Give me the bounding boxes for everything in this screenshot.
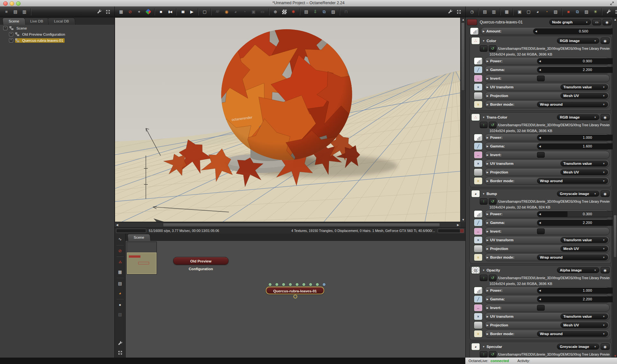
expand-triangle-icon[interactable]: ▶ bbox=[487, 154, 488, 156]
proj-thumbnail-icon[interactable] bbox=[474, 245, 482, 252]
fullscreen-icon[interactable] bbox=[613, 8, 617, 16]
decrement-icon[interactable]: ◀ bbox=[537, 145, 542, 148]
output-pin[interactable] bbox=[293, 295, 297, 298]
scrollbar-thumb[interactable] bbox=[461, 22, 465, 91]
expand-triangle-icon[interactable]: ▶ bbox=[487, 180, 488, 182]
param-value[interactable]: 0.900 bbox=[542, 59, 613, 63]
load-image-button[interactable]: ↑ bbox=[480, 198, 487, 205]
board-icon[interactable]: ▧ bbox=[552, 8, 559, 16]
spread-icon[interactable]: ⁂ bbox=[116, 258, 124, 266]
group-icon[interactable]: ▦ bbox=[116, 268, 124, 276]
restart-icon[interactable]: ▮◀ bbox=[166, 8, 174, 16]
rgb-thumbnail-icon[interactable]: ∴ bbox=[471, 37, 480, 44]
preview-eye-button[interactable]: ◉ bbox=[601, 191, 610, 197]
proj-thumbnail-icon[interactable] bbox=[474, 169, 482, 176]
expand-icon[interactable]: + bbox=[9, 32, 13, 36]
node-type-dropdown[interactable]: Alpha image▼ bbox=[557, 267, 599, 273]
reload-image-button[interactable]: ↺ bbox=[489, 351, 496, 358]
material-icon[interactable]: ◕ bbox=[534, 8, 541, 16]
border-thumbnail-icon[interactable]: ≡ bbox=[474, 101, 482, 108]
border-thumbnail-icon[interactable]: ≡ bbox=[474, 330, 482, 337]
render-viewport[interactable]: octanerender bbox=[115, 17, 461, 222]
load-image-button[interactable]: ↑ bbox=[480, 122, 487, 128]
curve-thumbnail-icon[interactable]: ╱ bbox=[474, 219, 482, 226]
alpha-thumbnail-icon[interactable]: ▨ bbox=[471, 267, 480, 274]
daylight-icon[interactable]: ✳ bbox=[592, 8, 599, 16]
copy-icon[interactable]: ⧉ bbox=[320, 8, 328, 16]
param-value[interactable]: 2.200 bbox=[542, 221, 613, 225]
scrollbar-thumb[interactable] bbox=[163, 223, 440, 227]
expand-triangle-icon[interactable]: ▶ bbox=[487, 324, 488, 327]
tab-node-graph-scene[interactable]: Scene bbox=[127, 234, 151, 241]
decrement-icon[interactable]: ◀ bbox=[533, 30, 539, 33]
value-slider[interactable]: ◀1.000▶ bbox=[537, 288, 613, 294]
graph-node-quercus-rubra-leaves-01[interactable]: Quercus-rubra-leaves-01 bbox=[266, 287, 324, 294]
collapse-triangle-icon[interactable]: ▼ bbox=[482, 345, 485, 348]
decrement-icon[interactable]: ◀ bbox=[537, 289, 542, 292]
decrement-icon[interactable]: ◀ bbox=[537, 68, 542, 71]
param-dropdown[interactable]: Wrap around▼ bbox=[537, 102, 608, 107]
param-value[interactable]: 0.300 bbox=[542, 212, 613, 216]
float-thumbnail-icon[interactable]: ◿ bbox=[474, 58, 482, 65]
expand-triangle-icon[interactable]: ▶ bbox=[487, 86, 488, 89]
expand-triangle-icon[interactable]: ▶ bbox=[487, 247, 488, 250]
collapse-icon[interactable]: − bbox=[3, 26, 7, 30]
connect-icon[interactable]: ∿ bbox=[116, 235, 124, 243]
prev-img-icon[interactable]: ▤ bbox=[116, 280, 124, 287]
expand-triangle-icon[interactable]: ▶ bbox=[487, 221, 488, 224]
expand-triangle-icon[interactable]: ▶ bbox=[487, 315, 488, 318]
input-pin[interactable] bbox=[316, 283, 319, 286]
expand-triangle-icon[interactable]: ▶ bbox=[487, 171, 488, 174]
value-slider[interactable]: ◀0.500▶ bbox=[533, 28, 613, 34]
preview-eye-button[interactable]: ◉ bbox=[601, 343, 610, 350]
wrench-icon[interactable] bbox=[604, 8, 612, 16]
preview-eye-button[interactable]: ◉ bbox=[601, 114, 610, 120]
float-thumbnail-icon[interactable]: ◿ bbox=[474, 210, 482, 218]
expand-triangle-icon[interactable]: ▶ bbox=[487, 230, 488, 233]
node-color-swatch[interactable] bbox=[467, 19, 477, 25]
value-slider[interactable]: ◀0.300▶ bbox=[537, 211, 613, 217]
grey-thumbnail-icon[interactable]: ◕ bbox=[471, 190, 480, 197]
tree-item-scene[interactable]: −Scene bbox=[0, 25, 114, 31]
param-value[interactable]: 1.000 bbox=[542, 289, 613, 292]
curve-thumbnail-icon[interactable]: ╱ bbox=[474, 66, 482, 73]
reload-image-button[interactable]: ↺ bbox=[489, 45, 496, 52]
param-dropdown[interactable]: Mesh UV▼ bbox=[560, 322, 608, 328]
node-type-dropdown[interactable]: Greyscale image▼ bbox=[557, 344, 599, 350]
decrement-icon[interactable]: ◀ bbox=[537, 298, 542, 301]
collapse-all-icon[interactable]: ▥ bbox=[21, 8, 28, 16]
value-slider[interactable]: ◀1.600▶ bbox=[537, 143, 613, 149]
inspector-scrollbar[interactable]: ▲ ▼ bbox=[613, 17, 617, 358]
fullscreen-icon[interactable] bbox=[116, 349, 124, 357]
checkbox[interactable] bbox=[537, 75, 545, 81]
rgb-thumbnail-icon[interactable]: ∴ bbox=[471, 114, 480, 121]
value-slider[interactable]: ◀0.900▶ bbox=[537, 58, 613, 64]
decrement-icon[interactable]: ◀ bbox=[537, 60, 542, 63]
expand-triangle-icon[interactable]: ▶ bbox=[487, 68, 488, 71]
focus-pick-icon[interactable]: AF bbox=[214, 8, 221, 16]
nodes-collapse-icon[interactable]: ▤ bbox=[481, 8, 489, 16]
checkbox[interactable] bbox=[537, 152, 545, 158]
expand-triangle-icon[interactable]: ▶ bbox=[487, 103, 488, 106]
filmstrip-button[interactable]: ▭ bbox=[592, 19, 601, 25]
expand-triangle-icon[interactable]: ▶ bbox=[487, 136, 488, 139]
input-pin[interactable] bbox=[322, 283, 326, 286]
checker-icon[interactable] bbox=[281, 8, 288, 16]
scroll-up-icon[interactable]: ▲ bbox=[614, 18, 617, 21]
curve-thumbnail-icon[interactable]: ╱ bbox=[474, 296, 482, 303]
wrench-icon[interactable] bbox=[446, 8, 454, 16]
grey-thumbnail-icon[interactable]: ◕ bbox=[471, 343, 480, 350]
priority-icon[interactable]: ✱ bbox=[290, 8, 297, 16]
proj-thumbnail-icon[interactable] bbox=[474, 322, 482, 329]
reload-image-button[interactable]: ↺ bbox=[489, 198, 496, 205]
checkbox[interactable] bbox=[537, 305, 545, 311]
fullscreen-icon[interactable] bbox=[455, 8, 463, 16]
input-pin[interactable] bbox=[268, 283, 272, 286]
value-slider[interactable]: ◀1.000▶ bbox=[537, 135, 613, 141]
viewport-horizontal-scrollbar[interactable]: ◀ ▶ bbox=[115, 222, 461, 227]
clock-icon[interactable]: ◷ bbox=[468, 8, 476, 16]
viewport-vertical-scrollbar[interactable]: ▲ ▼ bbox=[460, 17, 465, 222]
input-pin[interactable] bbox=[289, 283, 292, 286]
prev-mat-icon[interactable]: ◕ bbox=[116, 289, 124, 297]
load-image-button[interactable]: ↑ bbox=[480, 45, 487, 52]
